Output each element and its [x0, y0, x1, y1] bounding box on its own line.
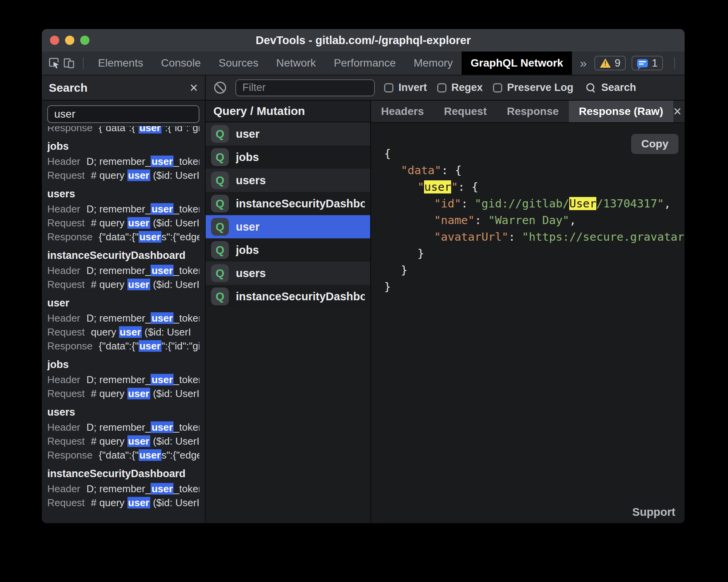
search-match-highlight: user: [139, 340, 161, 352]
checkbox-label-regex: Regex: [452, 82, 483, 94]
json-token: "https://secure.gravatar.com/avatar: [522, 230, 685, 243]
query-list-item-jobs[interactable]: Qjobs: [206, 238, 370, 262]
query-list-item-jobs[interactable]: Qjobs: [206, 146, 370, 169]
query-list-item-label: users: [236, 267, 266, 280]
title-bar: DevTools - gitlab.com/-/graphql-explorer: [42, 29, 685, 51]
response-tab-headers[interactable]: Headers: [371, 101, 434, 122]
search-result-line[interactable]: Request# query user ($id: UserI: [47, 216, 199, 230]
query-list-item-label: instanceSecurityDashboard: [236, 290, 365, 303]
warning-count: 9: [615, 57, 620, 69]
tab-performance[interactable]: Performance: [325, 51, 405, 75]
search-result-line-label: Response: [47, 231, 93, 243]
tab-memory[interactable]: Memory: [405, 51, 462, 75]
search-result-name[interactable]: instanceSecurityDashboard: [47, 466, 199, 482]
issues-badge[interactable]: 1: [632, 56, 663, 70]
query-list-item-user[interactable]: Quser: [206, 215, 370, 238]
search-match-highlight-yellow: user: [424, 180, 451, 193]
response-raw-content: Copy {"data": {"user": {"id": "gid://git…: [371, 123, 685, 523]
checkbox-label-preserve-log: Preserve Log: [507, 82, 573, 94]
checkbox-box-invert[interactable]: [384, 83, 393, 92]
search-result-line[interactable]: Response{"data":{"users":{"edges: [47, 448, 199, 462]
filter-input[interactable]: [235, 79, 375, 96]
search-result-line[interactable]: Response{"data":{"user":{"id":"gid: [47, 339, 199, 353]
minimize-window-button[interactable]: [65, 36, 74, 45]
copy-button[interactable]: Copy: [631, 134, 678, 154]
checkbox-regex[interactable]: Regex: [437, 82, 483, 94]
warnings-badge[interactable]: ! 9: [594, 56, 626, 70]
search-result-line[interactable]: Request# query user ($id: UserI: [47, 277, 199, 291]
tab-elements[interactable]: Elements: [89, 51, 152, 75]
more-tabs-chevron-icon[interactable]: »: [572, 56, 594, 70]
response-tab-response-raw[interactable]: Response (Raw): [569, 101, 673, 122]
search-result-line[interactable]: Request# query user ($id: UserI: [47, 387, 199, 401]
query-type-badge: Q: [211, 125, 229, 143]
search-result-line[interactable]: HeaderD; remember_user_token=e: [47, 311, 199, 325]
json-token: "Warren Day": [488, 214, 570, 227]
tab-graphql-network[interactable]: GraphQL Network: [462, 51, 572, 75]
search-result-line[interactable]: HeaderD; remember_user_token=e: [47, 420, 199, 434]
checkbox-box-regex[interactable]: [437, 83, 446, 92]
search-result-line[interactable]: Response{"data":{"user":{"id":"gid: [47, 126, 199, 135]
search-result-line-label: Request: [47, 388, 85, 399]
device-toolbar-icon[interactable]: [63, 51, 75, 75]
json-token: "id": [434, 197, 461, 210]
close-window-button[interactable]: [50, 36, 59, 45]
checkbox-preserve-log[interactable]: Preserve Log: [493, 82, 573, 94]
search-result-line[interactable]: HeaderD; remember_user_token=e: [47, 264, 199, 277]
search-result-line[interactable]: HeaderD; remember_user_token=e: [47, 373, 199, 387]
toolbar-search-button[interactable]: Search: [586, 82, 636, 94]
checkbox-box-preserve-log[interactable]: [493, 83, 502, 92]
search-result-line[interactable]: Request# query user ($id: UserI: [47, 496, 199, 510]
search-result-text: ($id: UserI: [150, 435, 199, 447]
search-result-name[interactable]: jobs: [47, 139, 199, 154]
search-result-line[interactable]: HeaderD; remember_user_token=e: [47, 202, 199, 216]
search-result-text: D; remember_: [86, 265, 151, 276]
search-result-name[interactable]: instanceSecurityDashboard: [47, 248, 199, 264]
query-list-item-label: user: [236, 128, 259, 140]
search-match-highlight: user: [151, 312, 173, 324]
clear-log-icon[interactable]: [214, 82, 226, 94]
zoom-window-button[interactable]: [80, 36, 89, 45]
json-token: /13704317": [596, 197, 664, 210]
search-match-highlight: user: [127, 497, 150, 508]
search-match-highlight-yellow: User: [569, 197, 596, 210]
query-mutation-list: QuserQjobsQusersQinstanceSecurityDashboa…: [206, 122, 370, 308]
search-result-line[interactable]: Request# query user ($id: UserI: [47, 168, 199, 182]
query-list-item-users[interactable]: Qusers: [206, 169, 370, 192]
search-result-line[interactable]: Requestquery user ($id: UserI: [47, 325, 199, 339]
search-result-name[interactable]: users: [47, 404, 199, 420]
search-result-line-label: Header: [47, 203, 80, 215]
checkbox-invert[interactable]: Invert: [384, 82, 427, 94]
query-list-item-instancesecuritydashboard[interactable]: QinstanceSecurityDashboard: [206, 192, 370, 215]
query-mutation-header: Query / Mutation: [206, 101, 370, 122]
tab-console[interactable]: Console: [152, 51, 210, 75]
support-link[interactable]: Support: [632, 506, 675, 519]
close-detail-icon[interactable]: ×: [673, 104, 682, 118]
devtools-tab-bar: ElementsConsoleSourcesNetworkPerformance…: [42, 51, 685, 75]
inspect-element-icon[interactable]: [48, 51, 60, 75]
search-result-name[interactable]: user: [47, 295, 199, 311]
search-result-name[interactable]: users: [47, 186, 199, 202]
search-result-line[interactable]: Response{"data":{"users":{"edges: [47, 230, 199, 244]
search-result-name[interactable]: jobs: [47, 357, 199, 373]
query-list-item-instancesecuritydashboard[interactable]: QinstanceSecurityDashboard: [206, 285, 370, 308]
search-input[interactable]: [47, 105, 199, 123]
tab-network[interactable]: Network: [267, 51, 325, 75]
search-result-text: {"data":{": [99, 126, 139, 134]
search-result-text: {"data":{": [99, 449, 139, 461]
json-token: ,: [664, 197, 671, 210]
search-result-line[interactable]: Request# query user ($id: UserI: [47, 434, 199, 448]
query-list-item-users[interactable]: Qusers: [206, 262, 370, 285]
query-type-badge: Q: [211, 288, 229, 305]
search-result-line[interactable]: HeaderD; remember_user_token=e: [47, 154, 199, 168]
close-search-icon[interactable]: ×: [190, 81, 198, 95]
tab-sources[interactable]: Sources: [209, 51, 267, 75]
search-result-line[interactable]: HeaderD; remember_user_token=e: [47, 482, 199, 496]
search-results-list: Response{"data":{"user":{"id":"gidjobsHe…: [42, 126, 205, 523]
search-match-highlight: user: [127, 217, 150, 229]
response-tab-request[interactable]: Request: [434, 101, 497, 122]
query-list-item-user[interactable]: Quser: [206, 122, 370, 146]
search-result-line-label: Response: [47, 126, 93, 134]
search-result-text: s":{"edges: [161, 231, 199, 243]
response-tab-response[interactable]: Response: [497, 101, 569, 122]
